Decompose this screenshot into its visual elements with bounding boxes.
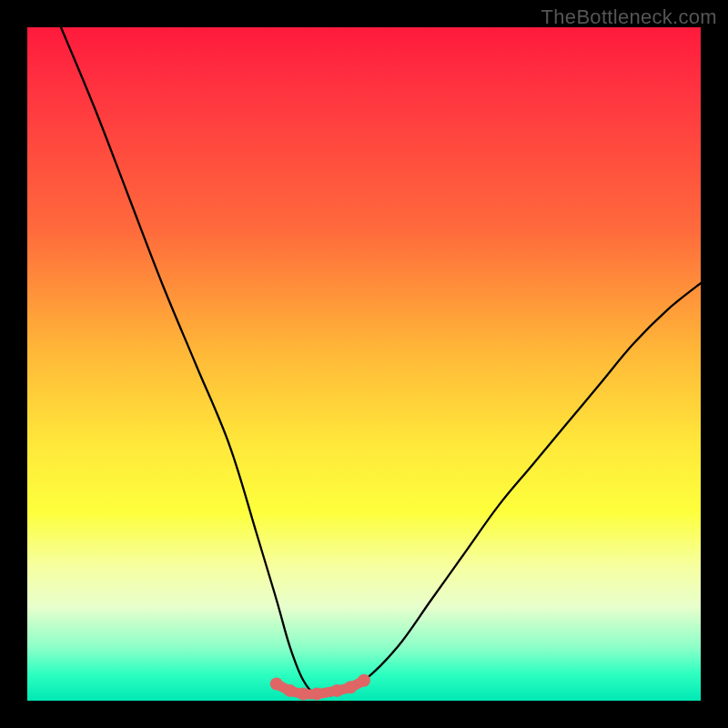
bottleneck-curve [61,27,701,696]
chart-frame: TheBottleneck.com [0,0,728,728]
highlight-point [330,684,343,697]
bottom-highlight [270,674,370,701]
highlight-point [284,684,297,697]
plot-area [27,27,701,701]
watermark-text: TheBottleneck.com [541,5,717,29]
highlight-point [270,678,283,691]
highlight-point [310,688,323,701]
highlight-point [297,688,309,701]
curve-layer [27,27,701,701]
highlight-point [358,674,370,687]
highlight-point [344,681,357,693]
